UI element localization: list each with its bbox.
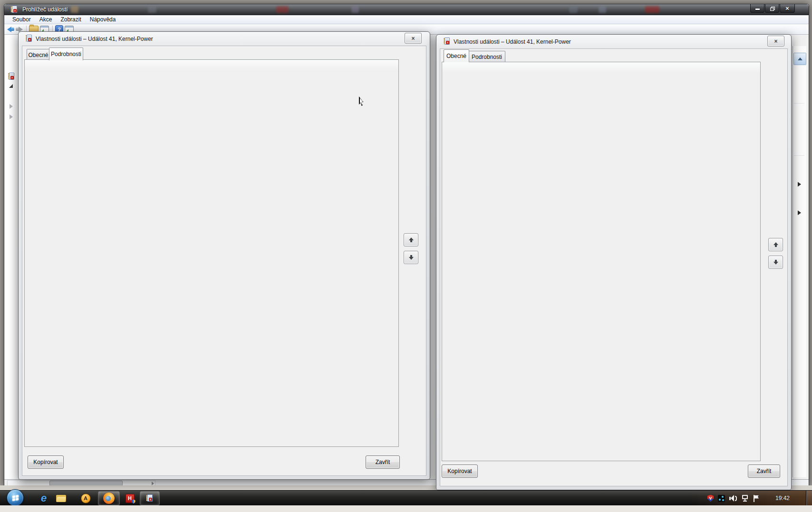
titlebar-remnant xyxy=(276,6,289,13)
show-desktop-button[interactable] xyxy=(806,491,812,506)
minimize-button[interactable] xyxy=(750,4,764,13)
taskbar-windows-explorer[interactable] xyxy=(51,491,70,505)
restore-button[interactable] xyxy=(765,4,779,13)
close-dialog-button[interactable]: Zavřít xyxy=(366,455,400,469)
titlebar-remnant xyxy=(148,6,156,13)
event-viewer-icon xyxy=(25,35,33,44)
mouse-cursor xyxy=(359,96,365,106)
console-tree-panel xyxy=(5,35,19,482)
taskbar-clock[interactable]: 19:42 xyxy=(770,491,795,506)
details-tab-page xyxy=(24,59,399,447)
down-arrow-icon xyxy=(409,257,414,260)
down-arrow-icon xyxy=(773,262,778,265)
tree-collapsed-icon[interactable] xyxy=(10,104,13,109)
actions-separator xyxy=(794,155,804,156)
taskbar-internet-explorer[interactable]: e xyxy=(34,491,53,505)
dialog-title: Vlastnosti události – Událost 41, Kernel… xyxy=(454,38,571,45)
main-titlebar[interactable]: Prohlížeč událostí × xyxy=(4,4,809,15)
tree-expanded-icon[interactable] xyxy=(9,84,13,88)
main-window-title: Prohlížeč událostí xyxy=(22,6,68,13)
titlebar-remnant xyxy=(645,6,659,13)
tab-general[interactable]: Obecné xyxy=(444,49,469,62)
event-viewer-root-icon[interactable] xyxy=(8,73,15,82)
next-event-button[interactable] xyxy=(404,251,418,264)
copy-button[interactable]: Kopírovat xyxy=(28,455,64,469)
previous-event-button[interactable] xyxy=(768,238,783,251)
taskbar-h-application[interactable]: H xyxy=(122,491,138,505)
event-viewer-icon xyxy=(443,38,451,47)
explorer-folder-icon xyxy=(56,495,66,502)
network-icon[interactable] xyxy=(741,495,749,502)
actions-collapse-button[interactable] xyxy=(793,53,806,65)
antivirus-shield-icon[interactable]: V xyxy=(707,495,714,502)
screen-bottom-strip xyxy=(0,505,812,512)
tab-general[interactable]: Obecné xyxy=(27,49,50,60)
action-center-flag-icon[interactable] xyxy=(753,495,760,502)
restore-icon xyxy=(770,7,774,10)
aimp-icon: A xyxy=(81,493,91,503)
windows-flag-icon xyxy=(12,495,19,501)
titlebar-remnant xyxy=(569,6,578,13)
close-dialog-button[interactable]: Zavřít xyxy=(748,465,780,478)
event-viewer-icon xyxy=(10,6,18,15)
event-viewer-icon xyxy=(146,494,154,502)
general-tab-page xyxy=(442,62,761,461)
minimize-icon xyxy=(755,9,760,10)
dialog-close-button[interactable]: × xyxy=(405,33,422,44)
actions-panel xyxy=(793,46,806,477)
collapse-up-icon xyxy=(798,57,802,60)
next-event-button[interactable] xyxy=(768,256,783,269)
tab-details[interactable]: Podrobnosti xyxy=(468,51,505,62)
taskbar: e A H V 19:42 xyxy=(0,490,812,505)
close-icon: × xyxy=(785,5,789,12)
tab-details[interactable]: Podrobnosti xyxy=(49,47,83,60)
menu-napoveda[interactable]: Nápověda xyxy=(86,15,120,24)
copy-button[interactable]: Kopírovat xyxy=(442,465,478,478)
firefox-icon xyxy=(103,493,115,504)
menu-akce[interactable]: Akce xyxy=(35,15,57,24)
uac-shield-icon xyxy=(132,500,135,504)
menu-bar: SouborAkceZobrazitNápověda xyxy=(4,15,809,24)
actions-separator xyxy=(794,103,804,104)
titlebar-remnant xyxy=(599,6,606,13)
internet-explorer-icon: e xyxy=(41,492,47,504)
menu-zobrazit[interactable]: Zobrazit xyxy=(56,15,85,24)
desktop: Prohlížeč událostí × SouborAkceZobrazitN… xyxy=(0,0,812,512)
titlebar-remnant xyxy=(71,6,78,13)
taskbar-aimp[interactable]: A xyxy=(76,491,95,505)
close-icon: × xyxy=(411,35,415,42)
network-app-icon[interactable] xyxy=(718,495,725,502)
expand-right-icon[interactable] xyxy=(798,182,801,187)
volume-icon[interactable] xyxy=(729,495,737,502)
menu-soubor[interactable]: Soubor xyxy=(8,15,35,24)
system-tray: V xyxy=(707,491,760,506)
tree-collapsed-icon[interactable] xyxy=(10,114,13,119)
h-application-icon: H xyxy=(126,494,135,503)
dialog-title: Vlastnosti události – Událost 41, Kernel… xyxy=(36,36,153,42)
titlebar-remnant xyxy=(351,6,359,13)
close-icon: × xyxy=(774,38,777,45)
start-button[interactable] xyxy=(7,489,24,506)
window-controls: × xyxy=(750,4,795,13)
expand-right-icon[interactable] xyxy=(798,210,801,215)
close-button[interactable]: × xyxy=(780,4,795,13)
event-properties-xml-dialog: Vlastnosti události – Událost 41, Kernel… xyxy=(18,31,430,480)
taskbar-event-viewer[interactable] xyxy=(140,491,160,505)
back-button[interactable] xyxy=(7,25,14,34)
taskbar-firefox[interactable] xyxy=(98,491,120,505)
dialog-close-button[interactable]: × xyxy=(767,36,784,47)
previous-event-button[interactable] xyxy=(404,233,418,247)
event-properties-general-dialog: Vlastnosti události – Událost 41, Kernel… xyxy=(436,34,792,490)
scroll-right-icon[interactable] xyxy=(152,482,154,485)
